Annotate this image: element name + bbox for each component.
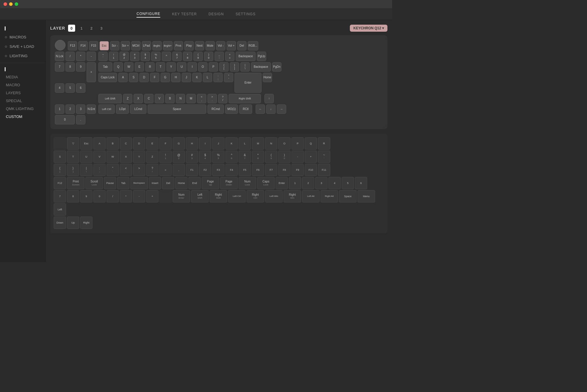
- basic-key-9[interactable]: (9: [265, 151, 277, 163]
- key-i[interactable]: I: [188, 62, 197, 72]
- key-2[interactable]: 2: [65, 104, 75, 114]
- key-j[interactable]: J: [182, 73, 191, 82]
- key-2[interactable]: @2: [119, 52, 129, 61]
- key-0[interactable]: 0: [55, 115, 75, 124]
- basic-key-leftshift[interactable]: LeftShift: [191, 190, 209, 202]
- basic-key-6[interactable]: >.: [133, 164, 145, 176]
- key-u[interactable]: U: [177, 62, 186, 72]
- key-scr[interactable]: Scr -: [110, 41, 119, 50]
- key-[interactable]: ↓: [266, 104, 276, 114]
- key-mute[interactable]: Mute: [205, 41, 215, 50]
- basic-key-0[interactable]: {[: [54, 164, 66, 176]
- key-[interactable]: /: [65, 52, 75, 61]
- basic-key-5[interactable]: <,: [120, 164, 132, 176]
- layer-0[interactable]: 0: [68, 25, 75, 32]
- key-k[interactable]: K: [192, 73, 202, 82]
- key-1[interactable]: 1: [55, 104, 64, 114]
- basic-key-7[interactable]: ?/: [146, 164, 158, 176]
- basic-key-m[interactable]: M: [252, 137, 264, 150]
- basic-key-f6[interactable]: F6: [252, 164, 264, 176]
- basic-key-leftwin[interactable]: Left Win: [265, 190, 283, 202]
- key-nlck[interactable]: N.Lck: [55, 52, 64, 61]
- key-8[interactable]: 8: [65, 62, 75, 72]
- basic-key-home[interactable]: Home: [175, 177, 188, 189]
- key-f13[interactable]: F13: [68, 41, 77, 50]
- key-[interactable]: <,: [197, 94, 206, 103]
- basic-key-rightctrl[interactable]: RightCtrl: [247, 190, 264, 202]
- basic-key-9[interactable]: ,: [173, 164, 185, 176]
- key-pgdn[interactable]: PgDn: [272, 62, 281, 72]
- sidebar-item-custom[interactable]: CUSTOM: [0, 113, 45, 121]
- key-capslock[interactable]: Caps Lock: [98, 73, 117, 82]
- key-nent[interactable]: N.Ent: [87, 104, 96, 114]
- basic-key-esc[interactable]: Esc: [80, 137, 92, 150]
- basic-key-rightalt[interactable]: Right Alt: [321, 190, 338, 202]
- basic-key-19[interactable]: +: [305, 151, 317, 163]
- key-[interactable]: ^: [162, 52, 171, 61]
- basic-key-0[interactable]: )0: [278, 151, 291, 163]
- basic-key-6[interactable]: -: [133, 190, 145, 202]
- basic-key-h[interactable]: H: [186, 137, 198, 150]
- basic-key-pagedown[interactable]: PageDown: [220, 177, 238, 189]
- basic-key-space[interactable]: Space: [339, 190, 357, 202]
- basic-key-capslock[interactable]: CapsLock: [257, 177, 275, 189]
- sidebar-item-qmk[interactable]: QMK LIGHTING: [0, 105, 45, 113]
- key-y[interactable]: Y: [166, 62, 176, 72]
- basic-key-enter[interactable]: Enter: [276, 177, 288, 189]
- basic-key-rightshift[interactable]: RightShift: [210, 190, 227, 202]
- basic-key-f10[interactable]: F10: [305, 164, 317, 176]
- basic-key-y[interactable]: Y: [133, 151, 145, 163]
- key-m[interactable]: M: [186, 94, 196, 103]
- key-vol[interactable]: Vol +: [227, 41, 236, 50]
- basic-key-2[interactable]: 2: [302, 177, 314, 189]
- key-rcmd[interactable]: RCmd: [208, 104, 224, 114]
- sidebar-item-macro[interactable]: MACRO: [0, 81, 45, 89]
- key-9[interactable]: 9: [76, 62, 85, 72]
- basic-key-z[interactable]: Z: [146, 151, 158, 163]
- basic-key-down[interactable]: Down: [54, 217, 66, 229]
- key-6[interactable]: 6: [76, 83, 85, 93]
- basic-key-6[interactable]: ^6: [225, 151, 238, 163]
- key-leftshift[interactable]: Left Shift: [98, 94, 122, 103]
- key-p[interactable]: P: [209, 62, 218, 72]
- key-[interactable]: +=: [225, 52, 235, 61]
- basic-key-u[interactable]: U: [80, 151, 92, 163]
- key-knob[interactable]: [55, 40, 65, 50]
- basic-key-n[interactable]: N: [265, 137, 277, 150]
- layer-3[interactable]: 3: [98, 25, 105, 32]
- key-f[interactable]: F: [150, 73, 159, 82]
- basic-key-7[interactable]: +: [146, 190, 158, 202]
- basic-key-numenter[interactable]: NumEnter: [173, 190, 190, 202]
- key-t[interactable]: T: [156, 62, 165, 72]
- key-5[interactable]: 5: [65, 83, 75, 93]
- basic-key-p[interactable]: P: [291, 137, 304, 150]
- basic-key-8[interactable]: =: [159, 164, 172, 176]
- key-3[interactable]: 3: [76, 104, 85, 114]
- key-s[interactable]: S: [129, 73, 138, 82]
- key-x[interactable]: X: [134, 94, 143, 103]
- key-4[interactable]: 4: [55, 83, 64, 93]
- key-q[interactable]: Q: [114, 62, 123, 72]
- key-[interactable]: _-: [215, 52, 224, 61]
- basic-key-f3[interactable]: F3: [212, 164, 225, 176]
- key-r[interactable]: R: [145, 62, 155, 72]
- key-3[interactable]: #3: [130, 52, 139, 61]
- key-c[interactable]: C: [144, 94, 154, 103]
- key-backspace[interactable]: Backspace: [236, 52, 256, 61]
- basic-key-insert[interactable]: Insert: [149, 177, 161, 189]
- key-1[interactable]: !1: [109, 52, 118, 61]
- sidebar-item-layers[interactable]: LAYERS: [0, 89, 45, 97]
- basic-key-4[interactable]: "': [107, 164, 119, 176]
- basic-key-7[interactable]: 7: [54, 190, 66, 202]
- basic-key-j[interactable]: J: [212, 137, 225, 150]
- key-n[interactable]: N: [176, 94, 185, 103]
- key-f15[interactable]: F15: [89, 41, 98, 50]
- basic-key-numlock[interactable]: NumLock: [239, 177, 256, 189]
- key-play[interactable]: Play: [184, 41, 194, 50]
- basic-key-k[interactable]: K: [225, 137, 238, 150]
- key-0[interactable]: )0: [204, 52, 213, 61]
- basic-key-leftctrl[interactable]: Left Ctrl: [228, 190, 246, 202]
- basic-key-1[interactable]: }]: [67, 164, 79, 176]
- basic-key-f5[interactable]: F5: [239, 164, 251, 176]
- key-9[interactable]: (9: [193, 52, 203, 61]
